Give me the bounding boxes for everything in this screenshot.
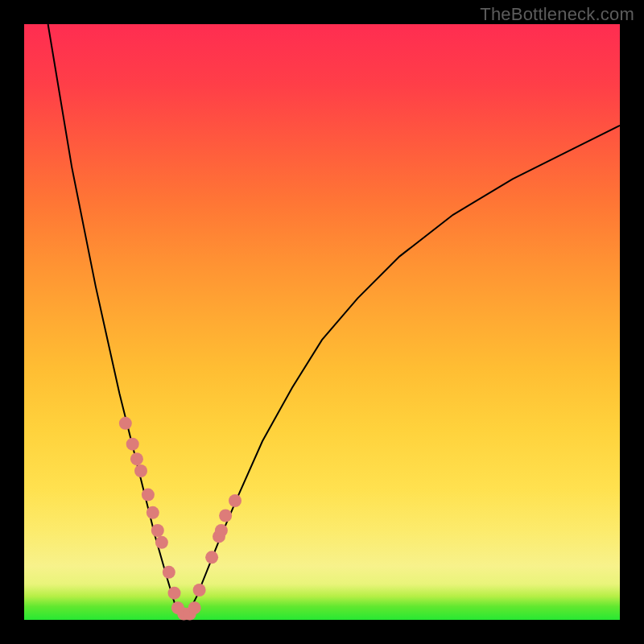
data-point [147, 506, 159, 519]
watermark-text: TheBottleneck.com [480, 4, 634, 25]
data-point [205, 551, 218, 564]
data-point [215, 524, 228, 537]
plot-area [24, 24, 620, 620]
data-point [134, 464, 147, 477]
outer-frame: TheBottleneck.com [0, 0, 644, 644]
right-bottleneck-curve [185, 126, 620, 620]
data-point [151, 524, 164, 537]
data-point [155, 536, 168, 549]
data-point [142, 489, 155, 502]
left-bottleneck-curve [48, 24, 185, 620]
data-point [119, 417, 132, 430]
data-point [219, 510, 232, 522]
data-point [130, 452, 143, 465]
data-point [229, 494, 242, 507]
chart-svg [24, 24, 620, 620]
data-points [119, 417, 242, 621]
data-point [126, 438, 139, 451]
data-point [193, 584, 206, 597]
data-point [188, 601, 201, 614]
data-point [163, 566, 175, 579]
data-point [168, 587, 181, 600]
